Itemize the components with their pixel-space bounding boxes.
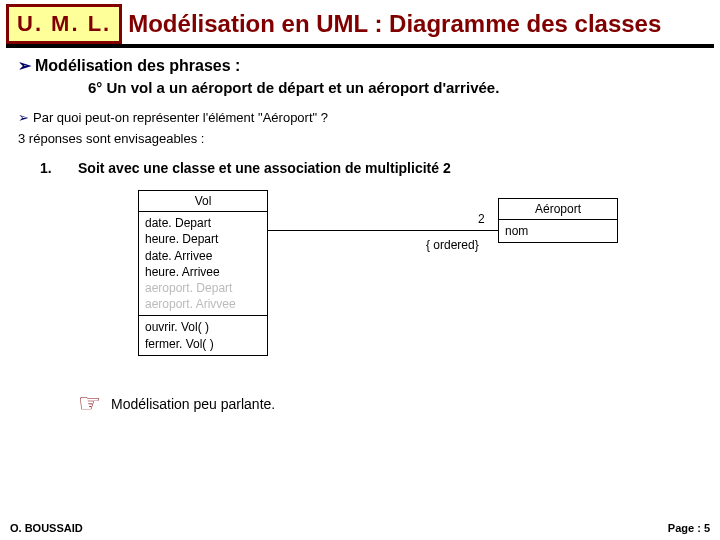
- section-label: Modélisation des phrases :: [35, 57, 240, 75]
- class-aeroport: Aéroport nom: [498, 198, 618, 243]
- class-name: Aéroport: [499, 199, 617, 220]
- op: fermer. Vol( ): [145, 336, 261, 352]
- note-row: ☞ Modélisation peu parlante.: [78, 388, 702, 419]
- option-text: Soit avec une classe et une association …: [78, 160, 451, 176]
- arrow-icon: ➢: [18, 110, 29, 125]
- answers-intro: 3 réponses sont envisageables :: [18, 131, 702, 146]
- ordered-constraint: { ordered}: [426, 238, 479, 252]
- option-number: 1.: [40, 160, 60, 176]
- class-name: Vol: [139, 191, 267, 212]
- footer-author: O. BOUSSAID: [10, 522, 83, 534]
- attr: nom: [505, 223, 611, 239]
- attr: heure. Depart: [145, 231, 261, 247]
- class-operations: ouvrir. Vol( ) fermer. Vol( ): [139, 316, 267, 354]
- question-line: ➢ Par quoi peut-on représenter l'élément…: [18, 110, 702, 125]
- logo-badge: U. M. L.: [6, 4, 122, 44]
- attr: date. Depart: [145, 215, 261, 231]
- pointing-hand-icon: ☞: [78, 388, 101, 419]
- uml-diagram: Vol date. Depart heure. Depart date. Arr…: [78, 190, 702, 380]
- op: ouvrir. Vol( ): [145, 319, 261, 335]
- note-text: Modélisation peu parlante.: [111, 396, 275, 412]
- rule-text: 6° Un vol a un aéroport de départ et un …: [88, 79, 702, 96]
- footer-page: Page : 5: [668, 522, 710, 534]
- multiplicity-label: 2: [478, 212, 485, 226]
- option-row: 1. Soit avec une classe et une associati…: [40, 160, 702, 176]
- attr-removed: aeroport. Depart: [145, 280, 261, 296]
- page-title: Modélisation en UML : Diagramme des clas…: [128, 4, 714, 44]
- class-vol: Vol date. Depart heure. Depart date. Arr…: [138, 190, 268, 356]
- section-heading: ➢ Modélisation des phrases :: [18, 56, 702, 75]
- attr: date. Arrivee: [145, 248, 261, 264]
- class-attributes: date. Depart heure. Depart date. Arrivee…: [139, 212, 267, 316]
- attr-removed: aeroport. Arivvee: [145, 296, 261, 312]
- class-attributes: nom: [499, 220, 617, 242]
- association-line: [268, 230, 498, 231]
- attr: heure. Arrivee: [145, 264, 261, 280]
- arrow-icon: ➢: [18, 56, 31, 75]
- question-text: Par quoi peut-on représenter l'élément "…: [33, 110, 328, 125]
